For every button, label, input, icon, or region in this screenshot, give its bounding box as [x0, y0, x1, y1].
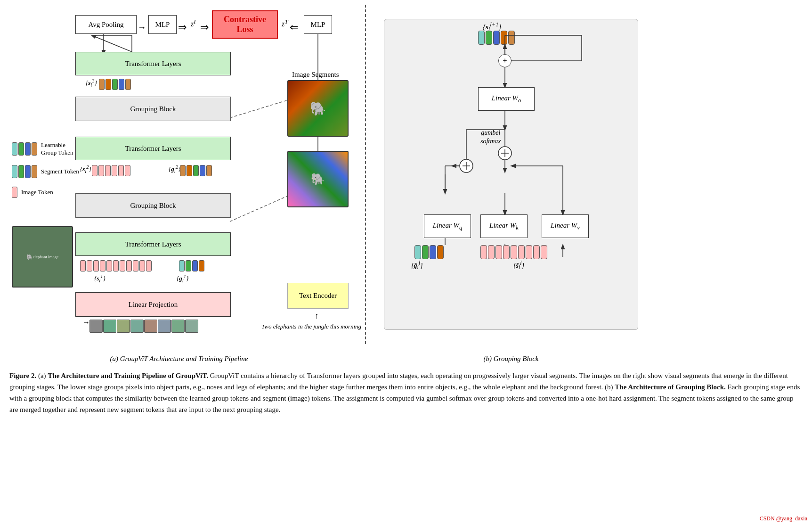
- si3-tokens: [99, 79, 131, 90]
- text-caption: Two elephants in the jungle this morning: [261, 323, 361, 330]
- plus-circle: +: [498, 54, 512, 67]
- text-encoder-box: Text Encoder: [287, 283, 349, 309]
- arrow-zt-cl: ⇐: [290, 21, 298, 33]
- output-token-row: [478, 31, 515, 45]
- gi2-label: {gi2}: [169, 164, 180, 174]
- legend-image: Image Token: [12, 187, 79, 198]
- linear-projection-box: Linear Projection: [75, 292, 231, 317]
- mlp-right-box: MLP: [304, 15, 332, 34]
- arrow-zi-cl: ⇒: [200, 21, 209, 33]
- gi1-label: {gi1}: [177, 273, 188, 283]
- linear-wv-box: Linear Wv: [542, 214, 589, 238]
- learnable-label: LearnableGroup Token: [41, 141, 73, 156]
- g-hat-label: {ĝil}: [411, 260, 423, 271]
- arrow-bottom: →: [82, 318, 90, 327]
- group-tokens-row: [179, 260, 204, 271]
- gumbel-label: gumbelsoftmax: [480, 129, 501, 146]
- si3-label: {si3}: [86, 78, 97, 88]
- transformer-layers-1: Transformer Layers: [75, 232, 231, 256]
- avg-pooling-box: Avg Pooling: [75, 15, 137, 34]
- right-diagram: {sil+1} +: [379, 5, 643, 353]
- g-hat-tokens: [414, 245, 444, 259]
- arrow-mlp-zi: ⇒: [178, 21, 187, 33]
- image-tokens-row: [80, 260, 152, 271]
- image-token-label: Image Token: [21, 189, 53, 196]
- watermark: CSDN @yang_daxia: [760, 515, 807, 522]
- si1-label: {si1}: [94, 273, 106, 283]
- image-segments-label: Image Segments: [292, 71, 339, 79]
- image-segment-2: 🐘: [287, 151, 349, 207]
- arrow-text-up: ↑: [315, 311, 319, 321]
- legend-segment: Segment Token: [12, 165, 79, 178]
- legend-learnable: LearnableGroup Token: [12, 141, 79, 156]
- transformer-layers-3: Transformer Layers: [75, 52, 231, 75]
- si2-label: {si2}: [80, 164, 91, 174]
- zt-label: zT: [282, 18, 288, 28]
- contrastive-loss-box: Contrastive Loss: [212, 10, 278, 39]
- figure-caption-text: Figure 2. (a) The Architecture and Train…: [9, 370, 801, 415]
- elephant-image: 🐘 elephant image: [12, 226, 73, 288]
- svg-line-3: [92, 35, 132, 52]
- s-hat-tokens: [480, 245, 547, 259]
- s-hat-label: {ŝil}: [513, 260, 524, 271]
- right-caption: (b) Grouping Block: [379, 355, 643, 363]
- si2-tokens: [92, 165, 130, 176]
- gi2-tokens: [180, 165, 212, 176]
- linear-wo-box: Linear Wo: [478, 87, 535, 111]
- zi-label: zI: [191, 18, 196, 28]
- segment-label: Segment Token: [41, 168, 79, 175]
- linear-wk-box: Linear Wk: [480, 214, 528, 238]
- transformer-layers-2: Transformer Layers: [75, 137, 231, 160]
- image-patches: [89, 320, 198, 333]
- arrow-avg-mlp: →: [138, 23, 146, 33]
- grouping-block-2: Grouping Block: [75, 193, 231, 218]
- legend: LearnableGroup Token Segment Token: [12, 141, 79, 198]
- linear-wq-box: Linear Wq: [424, 214, 471, 238]
- diagram-divider: [365, 5, 366, 344]
- grouping-block-1: Grouping Block: [75, 97, 231, 121]
- mlp-left-box: MLP: [148, 15, 177, 34]
- image-segment-1: 🐘: [287, 80, 349, 137]
- left-caption: (a) GroupViT Architecture and Training P…: [9, 355, 349, 363]
- right-diagram-bg: [384, 19, 638, 330]
